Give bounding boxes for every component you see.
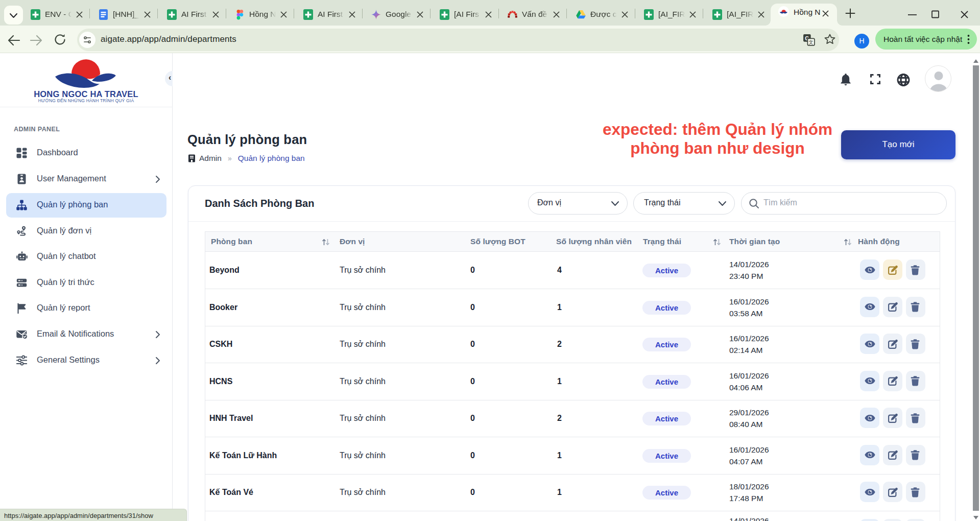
svg-text:文: 文 bbox=[808, 39, 813, 45]
